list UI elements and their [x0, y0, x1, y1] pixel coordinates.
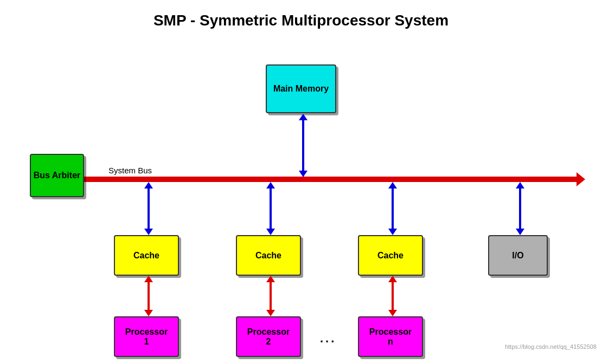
- arrow-line: [270, 188, 272, 229]
- arrow-line: [519, 188, 521, 229]
- arrow-down-head: [388, 310, 397, 316]
- cache-1-box: Cache: [114, 235, 179, 276]
- bus-arbiter-box: Bus Arbiter: [30, 154, 84, 197]
- main-memory-box: Main Memory: [266, 64, 336, 113]
- cache-1-label: Cache: [133, 251, 159, 261]
- system-bus-label: System Bus: [108, 166, 152, 175]
- arrow-down-head: [516, 229, 524, 235]
- watermark: https://blog.csdn.net/qq_41552508: [505, 343, 597, 350]
- processor-n-box: Processorn: [358, 316, 423, 357]
- cache-2-bus-arrow: [266, 182, 275, 235]
- cache-3-box: Cache: [358, 235, 423, 276]
- io-bus-arrow: [516, 182, 524, 235]
- arrow-line: [270, 282, 272, 310]
- cache-2-box: Cache: [236, 235, 301, 276]
- processor-2-label: Processor2: [247, 327, 290, 347]
- arrow-up-head: [516, 182, 524, 188]
- arrow-up-head: [144, 182, 153, 188]
- arrow-line: [392, 188, 394, 229]
- proc-1-cache-1-arrow: [144, 276, 153, 316]
- arrow-down-head: [299, 171, 308, 177]
- proc-n-cache-3-arrow: [388, 276, 397, 316]
- io-box: I/O: [488, 235, 548, 276]
- main-memory-label: Main Memory: [273, 84, 329, 94]
- cache-1-bus-arrow: [144, 182, 153, 235]
- processor-1-label: Processor1: [125, 327, 168, 347]
- arrow-up-head: [266, 276, 275, 282]
- arrow-down-head: [144, 310, 153, 316]
- processor-n-label: Processorn: [369, 327, 412, 347]
- arrow-line: [148, 282, 150, 310]
- arrow-up-head: [299, 114, 308, 120]
- page-title: SMP - Symmetric Multiprocessor System: [0, 0, 602, 29]
- arrow-line: [302, 120, 304, 171]
- dots-label: ...: [320, 332, 336, 346]
- cache-3-label: Cache: [377, 251, 404, 261]
- arrow-down-head: [388, 229, 397, 235]
- cache-2-label: Cache: [255, 251, 281, 261]
- arrow-down-head: [266, 229, 275, 235]
- io-label: I/O: [512, 251, 523, 261]
- cache-3-bus-arrow: [388, 182, 397, 235]
- arrow-down-head: [266, 310, 275, 316]
- proc-2-cache-2-arrow: [266, 276, 275, 316]
- diagram-area: System Bus Main Memory Bus Arbiter Cache…: [0, 35, 602, 354]
- system-bus: [57, 177, 578, 182]
- arrow-up-head: [388, 276, 397, 282]
- processor-1-box: Processor1: [114, 316, 179, 357]
- arrow-down-head: [144, 229, 153, 235]
- arrow-line: [148, 188, 150, 229]
- main-memory-bus-arrow: [299, 114, 308, 177]
- processor-2-box: Processor2: [236, 316, 301, 357]
- arrow-up-head: [144, 276, 153, 282]
- arrow-up-head: [266, 182, 275, 188]
- system-bus-arrow-right: [577, 172, 585, 186]
- arrow-up-head: [388, 182, 397, 188]
- arrow-line: [392, 282, 394, 310]
- bus-arbiter-label: Bus Arbiter: [34, 171, 81, 180]
